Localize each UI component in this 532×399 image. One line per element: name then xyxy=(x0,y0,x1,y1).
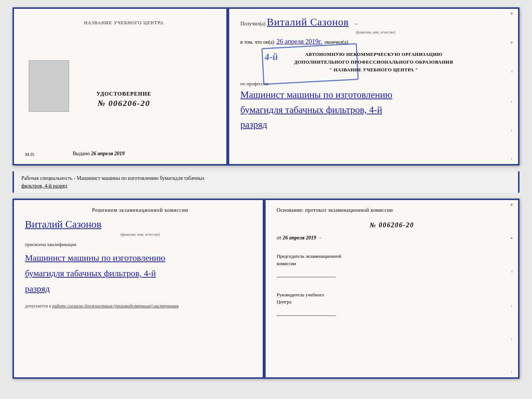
profession-line2: бумагидля табачных фильтров, 4-й xyxy=(240,103,507,117)
br-chairman: Председатель экзаменационной комиссии xyxy=(277,253,507,279)
recipient-name: Виталий Сазонов xyxy=(267,16,349,28)
br-edge-letter-2: а xyxy=(510,237,518,239)
received-line: Получил(а) Виталий Сазонов – xyxy=(240,16,507,28)
chairman-label2: комиссии xyxy=(277,260,507,267)
desc-underline: фильтров, 4-й разряд xyxy=(21,183,67,189)
stamp-big-text: 4-й xyxy=(265,51,278,63)
edge-letter-4: – xyxy=(510,101,518,103)
director-label2: Центра xyxy=(277,298,507,306)
profession-line3: разряд xyxy=(240,118,507,131)
br-number: № 006206-20 xyxy=(277,221,507,229)
edge-letter-2: а xyxy=(510,42,518,43)
br-date-dash: – xyxy=(319,235,321,241)
vtom-date: 26 апреля 2019г. xyxy=(276,38,322,46)
bl-name-subtitle: (фамилия, имя, отчество) xyxy=(25,232,255,236)
bl-title: Решением экзаменационной комиссии xyxy=(25,207,255,213)
bl-profession-1: Машинист машины по изготовлению xyxy=(25,251,255,264)
dash1: – xyxy=(355,20,357,27)
br-date-prefix: от xyxy=(277,235,281,241)
left-title: НАЗВАНИЕ УЧЕБНОГО ЦЕНТРА xyxy=(84,20,163,26)
edge-letter-5: – xyxy=(510,129,518,132)
cert-center: УДОСТОВЕРЕНИЕ № 006206-20 xyxy=(96,91,151,108)
br-osnov: Основание: протокол экзаменационной коми… xyxy=(277,207,507,213)
cert-number: № 006206-20 xyxy=(98,99,150,108)
bl-assigned-label: присвоена квалификация xyxy=(25,242,255,247)
bottom-left-page: Решением экзаменационной комиссии Витали… xyxy=(14,200,263,377)
br-edge-letter-1: и xyxy=(510,204,518,206)
br-edge-letter-5: – xyxy=(510,338,518,341)
stamp-line1: АВТОНОМНУЮ НЕКОММЕРЧЕСКУЮ ОРГАНИЗАЦИЮ ДО… xyxy=(240,51,507,74)
photo-placeholder xyxy=(29,60,69,112)
vtom-prefix: в том, что он(а) xyxy=(240,39,274,45)
br-edge-letter-4: – xyxy=(510,305,518,307)
допускается-prefix: допускается к xyxy=(25,303,51,309)
br-edge-letter-3: ← xyxy=(510,270,518,274)
chairman-label1: Председатель экзаменационной xyxy=(277,253,507,260)
issued-prefix: Выдано xyxy=(73,151,90,156)
right-edge: и а ← – – – xyxy=(510,9,518,164)
bl-допускается: допускается к работе согласно должностны… xyxy=(25,303,255,309)
director-label1: Руководитель учебного xyxy=(277,291,507,299)
br-date-value: 26 апреля 2019 xyxy=(283,235,316,241)
cert-right-page: Получил(а) Виталий Сазонов – (фамилия, и… xyxy=(229,9,518,164)
desc-prefix: Рабочая специальность - Машинист машины … xyxy=(21,175,205,181)
issued-date: 26 апреля 2019 xyxy=(91,151,125,156)
cert-label: УДОСТОВЕРЕНИЕ xyxy=(96,91,151,97)
certificate-top: НАЗВАНИЕ УЧЕБНОГО ЦЕНТРА УДОСТОВЕРЕНИЕ №… xyxy=(12,7,520,165)
bl-profession-2: бумагидля табачных фильтров, 4-й xyxy=(25,267,255,280)
vtom-line: в том, что он(а) 26 апреля 2019г. окончи… xyxy=(240,38,507,46)
edge-letter-6: – xyxy=(510,158,518,160)
mp-label: М.П. xyxy=(25,152,35,157)
stamp-text-3: " НАЗВАНИЕ УЧЕБНОГО ЦЕНТРА " xyxy=(329,67,418,72)
edge-letter-3: ← xyxy=(510,70,518,74)
bl-name: Виталий Сазонов xyxy=(25,218,255,230)
допускается-text: работе согласно должностным (производств… xyxy=(52,303,179,309)
chairman-signature-line xyxy=(277,270,335,277)
description-text: Рабочая специальность - Машинист машины … xyxy=(21,174,511,190)
description-bar: Рабочая специальность - Машинист машины … xyxy=(12,171,520,193)
certificate-bottom: Решением экзаменационной комиссии Витали… xyxy=(12,199,520,379)
stamp-text-2: ДОПОЛНИТЕЛЬНОГО ПРОФЕССИОНАЛЬНОГО ОБРАЗО… xyxy=(294,59,453,65)
br-director: Руководитель учебного Центра xyxy=(277,291,507,318)
name-subtitle: (фамилия, имя, отчество) xyxy=(244,30,507,34)
stamp-block: АВТОНОМНУЮ НЕКОММЕРЧЕСКУЮ ОРГАНИЗАЦИЮ ДО… xyxy=(240,49,507,75)
br-date-line: от 26 апреля 2019 – xyxy=(277,235,507,241)
edge-letter-1: и xyxy=(510,13,518,15)
cert-left-page: НАЗВАНИЕ УЧЕБНОГО ЦЕНТРА УДОСТОВЕРЕНИЕ №… xyxy=(14,9,227,164)
vtom-suffix: окончил(а) xyxy=(324,39,348,45)
bl-profession-3: разряд xyxy=(25,282,255,295)
bottom-right-page: Основание: протокол экзаменационной коми… xyxy=(266,200,518,377)
stamp-text-1: АВТОНОМНУЮ НЕКОММЕРЧЕСКУЮ ОРГАНИЗАЦИЮ xyxy=(305,51,442,57)
received-prefix: Получил(а) xyxy=(240,21,265,27)
br-edge-letter-6: – xyxy=(510,371,518,374)
cert-issued: Выдано 26 апреля 2019 xyxy=(29,151,219,157)
profession-prefix: по профессии xyxy=(240,81,507,87)
bottom-right-edge: и а ← – – – xyxy=(510,200,518,377)
director-signature-line xyxy=(277,309,335,316)
profession-line1: Машинист машины по изготовлению xyxy=(240,88,507,101)
